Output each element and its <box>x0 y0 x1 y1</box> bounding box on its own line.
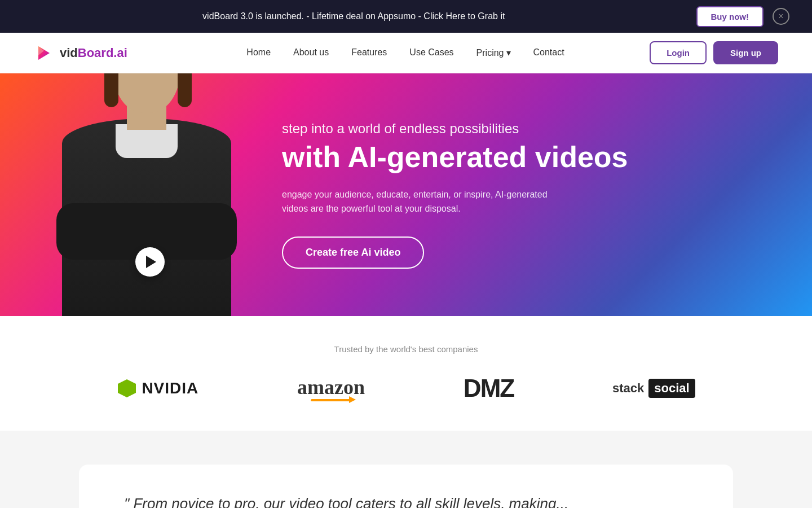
nav-contact[interactable]: Contact <box>533 47 564 57</box>
play-button[interactable] <box>135 247 165 277</box>
hero-person-figure <box>45 73 248 316</box>
testimonial-section: " From novice to pro, our video tool cat… <box>0 431 812 508</box>
nav-home[interactable]: Home <box>246 47 271 57</box>
chevron-down-icon: ▾ <box>506 47 511 58</box>
testimonial-card: " From novice to pro, our video tool cat… <box>79 465 733 508</box>
play-icon <box>146 256 156 268</box>
amazon-smile <box>311 399 351 401</box>
stacksocial-logo: stack social <box>612 379 695 398</box>
nav-features[interactable]: Features <box>351 47 387 57</box>
nav-pricing[interactable]: Pricing ▾ <box>476 47 511 58</box>
trusted-label: Trusted by the world's best companies <box>45 344 767 354</box>
amazon-text: amazon <box>297 375 365 399</box>
buy-now-button[interactable]: Buy now! <box>696 6 764 27</box>
nvidia-logo: NVIDIA <box>117 378 198 398</box>
person-head <box>113 73 180 113</box>
testimonial-text: " From novice to pro, our video tool cat… <box>124 493 688 508</box>
announcement-text: vidBoard 3.0 is launched. - Lifetime dea… <box>23 11 685 21</box>
logo-icon <box>34 43 54 63</box>
hero-title: with AI-generated videos <box>282 141 778 173</box>
logo-text: vidBoard.ai <box>60 46 127 60</box>
person-hair-left <box>104 73 118 107</box>
hero-subtitle: step into a world of endless possibiliti… <box>282 121 778 137</box>
person-hair-right <box>178 73 192 107</box>
trusted-section: Trusted by the world's best companies NV… <box>0 316 812 431</box>
nav-actions: Login Sign up <box>650 41 778 64</box>
logos-row: NVIDIA amazon DMZ stack social <box>68 374 744 402</box>
amazon-logo: amazon <box>297 375 365 401</box>
nav-use-cases[interactable]: Use Cases <box>409 47 453 57</box>
navbar: vidBoard.ai Home About us Features Use C… <box>0 33 812 73</box>
dmz-logo: DMZ <box>464 374 514 402</box>
logo-link[interactable]: vidBoard.ai <box>34 43 127 63</box>
dmz-text: DMZ <box>464 374 514 402</box>
close-icon: × <box>778 11 783 21</box>
nav-about[interactable]: About us <box>293 47 329 57</box>
nav-links: Home About us Features Use Cases Pricing… <box>161 47 650 58</box>
social-text: social <box>648 379 695 398</box>
announcement-bar: vidBoard 3.0 is launched. - Lifetime dea… <box>0 0 812 33</box>
hero-section: step into a world of endless possibiliti… <box>0 73 812 316</box>
amazon-arrow <box>349 396 356 403</box>
hero-image-area <box>0 73 271 316</box>
create-free-video-button[interactable]: Create free Ai video <box>282 237 424 269</box>
login-button[interactable]: Login <box>650 41 707 64</box>
close-announcement-button[interactable]: × <box>773 8 789 25</box>
hero-content: step into a world of endless possibiliti… <box>271 98 812 291</box>
stack-text: stack <box>612 381 644 396</box>
hero-description: engage your audience, educate, entertain… <box>282 187 553 216</box>
signup-button[interactable]: Sign up <box>713 41 778 64</box>
nvidia-icon <box>117 378 137 398</box>
nvidia-text: NVIDIA <box>142 379 198 397</box>
